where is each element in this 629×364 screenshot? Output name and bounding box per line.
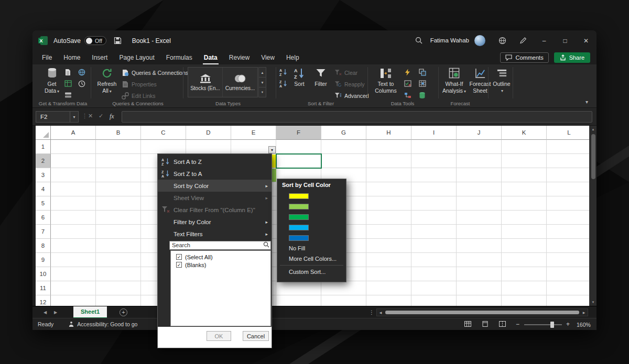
refresh-all-button[interactable]: Refresh All▾ [95, 66, 119, 95]
tab-help[interactable]: Help [280, 51, 305, 64]
next-sheet-icon[interactable]: ▶ [51, 310, 60, 315]
recent-sources-icon[interactable] [77, 79, 86, 89]
horizontal-scrollbar[interactable]: ◀ ▶ [376, 308, 588, 316]
row-header-10[interactable]: 10 [36, 267, 51, 281]
page-layout-view-icon[interactable] [482, 321, 489, 327]
currencies-data-type[interactable]: Currencies... [223, 68, 257, 97]
menu-item-sheet-view[interactable]: Sheet View ▸ [158, 192, 272, 204]
tab-formulas[interactable]: Formulas [160, 51, 198, 64]
scrollbar-splitter-icon[interactable]: ⋮ [368, 308, 375, 316]
row-header-1[interactable]: 1 [36, 140, 51, 154]
queries-connections-button[interactable]: Queries & Connections [122, 68, 188, 78]
menu-item-filter-by-color[interactable]: Filter by Color ▸ [158, 216, 272, 228]
new-sheet-button[interactable]: + [120, 308, 127, 316]
tab-file[interactable]: File [36, 51, 58, 64]
tab-home[interactable]: Home [58, 51, 86, 64]
normal-view-icon[interactable] [464, 321, 471, 327]
color-option-light-green[interactable] [277, 201, 346, 212]
row-header-11[interactable]: 11 [36, 281, 51, 295]
scroll-down-icon[interactable]: ▼ [592, 299, 595, 306]
previous-sheet-icon[interactable]: ◀ [41, 310, 49, 315]
custom-sort-option[interactable]: Custom Sort... [277, 267, 346, 277]
color-option-yellow[interactable] [277, 191, 346, 201]
gallery-more-button[interactable]: ▾ [258, 87, 266, 97]
column-header-i[interactable]: I [411, 126, 457, 140]
light-blue-swatch[interactable] [289, 225, 309, 230]
row-header-3[interactable]: 3 [36, 168, 51, 182]
menu-item-sort-z-to-a[interactable]: ZA Sort Z to A [158, 168, 272, 180]
avatar[interactable] [474, 35, 485, 46]
autosave-toggle[interactable]: Off [84, 36, 106, 45]
from-text-csv-icon[interactable] [63, 67, 73, 77]
gallery-down-button[interactable]: ▼ [258, 78, 266, 87]
from-table-icon[interactable] [63, 79, 73, 89]
menu-item-sort-a-to-z[interactable]: AZ Sort A to Z [158, 156, 272, 168]
formula-bar-handle[interactable]: ⋮ [82, 113, 88, 119]
consolidate-icon[interactable] [417, 79, 427, 89]
zoom-out-button[interactable]: − [516, 321, 519, 328]
color-option-green[interactable] [277, 212, 346, 222]
sort-button[interactable]: AZ Sort [290, 66, 308, 87]
from-web-icon[interactable] [77, 67, 86, 77]
sheet-tab-sheet1[interactable]: Sheet1 [73, 306, 107, 318]
outline-button[interactable]: Outline ▾ [491, 66, 512, 94]
column-header-j[interactable]: J [457, 126, 502, 140]
minimize-button[interactable]: – [534, 30, 555, 51]
filter-search-input[interactable] [169, 241, 271, 250]
accessibility-status[interactable]: Accessibility: Good to go [68, 321, 137, 327]
properties-button[interactable]: Properties [122, 79, 157, 89]
row-header-5[interactable]: 5 [36, 196, 51, 211]
page-break-view-icon[interactable] [499, 321, 506, 327]
clear-filter-button[interactable]: Clear [334, 68, 357, 78]
maximize-button[interactable]: □ [555, 30, 576, 51]
filter-button[interactable]: Filter [311, 66, 330, 87]
relationships-icon[interactable] [403, 90, 413, 100]
menu-item-text-filters[interactable]: Text Filters ▸ [158, 228, 272, 240]
tab-review[interactable]: Review [223, 51, 255, 64]
stocks-data-type[interactable]: Stocks (En... [188, 68, 223, 97]
light-green-swatch[interactable] [289, 204, 309, 209]
column-header-b[interactable]: B [96, 126, 141, 140]
tab-data[interactable]: Data [198, 51, 223, 64]
remove-duplicates-icon[interactable] [417, 67, 427, 77]
column-header-g[interactable]: G [321, 126, 366, 140]
green-swatch[interactable] [289, 214, 309, 220]
get-data-button[interactable]: Get Data▾ [40, 66, 64, 95]
formula-input[interactable] [122, 111, 592, 123]
column-header-f[interactable]: F [276, 126, 321, 140]
search-icon[interactable] [415, 37, 422, 44]
chevron-down-icon[interactable]: ▾ [70, 112, 78, 122]
row-header-2[interactable]: 2 [36, 154, 51, 168]
zoom-in-button[interactable]: + [566, 321, 570, 328]
scroll-up-icon[interactable]: ▲ [592, 126, 595, 133]
cancel-entry-icon[interactable]: ✕ [88, 113, 93, 119]
color-option-dark-blue[interactable] [277, 233, 346, 243]
save-icon[interactable] [114, 37, 122, 45]
select-all-corner[interactable] [36, 126, 51, 140]
reapply-button[interactable]: Reapply [334, 79, 365, 89]
column-header-a[interactable]: A [51, 126, 96, 140]
column-header-h[interactable]: H [366, 126, 411, 140]
checkbox-checked-icon[interactable]: ✓ [176, 262, 182, 268]
row-header-4[interactable]: 4 [36, 182, 51, 196]
tab-insert[interactable]: Insert [86, 51, 113, 64]
share-button[interactable]: Share [554, 52, 590, 63]
confirm-entry-icon[interactable]: ✓ [99, 113, 103, 119]
column-header-d[interactable]: D [186, 126, 231, 140]
column-header-l[interactable]: L [547, 126, 592, 140]
edit-links-button[interactable]: Edit Links [122, 91, 156, 101]
row-header-9[interactable]: 9 [36, 253, 51, 267]
text-to-columns-button[interactable]: Text to Columns [371, 66, 400, 94]
zoom-slider-track[interactable] [524, 324, 562, 325]
cancel-button[interactable]: Cancel [243, 331, 269, 341]
tab-view[interactable]: View [255, 51, 280, 64]
collapse-ribbon-icon[interactable]: ▾ [585, 99, 588, 105]
scroll-left-icon[interactable]: ◀ [377, 311, 384, 314]
advanced-filter-button[interactable]: Advanced [334, 91, 369, 101]
what-if-analysis-button[interactable]: What-If Analysis▾ [442, 66, 467, 95]
no-fill-option[interactable]: No Fill [277, 243, 346, 253]
horizontal-scroll-thumb[interactable] [385, 311, 579, 314]
color-option-light-blue[interactable] [277, 222, 346, 233]
data-model-icon[interactable] [417, 90, 427, 100]
column-e-filter-button[interactable]: ▾ [268, 146, 276, 153]
